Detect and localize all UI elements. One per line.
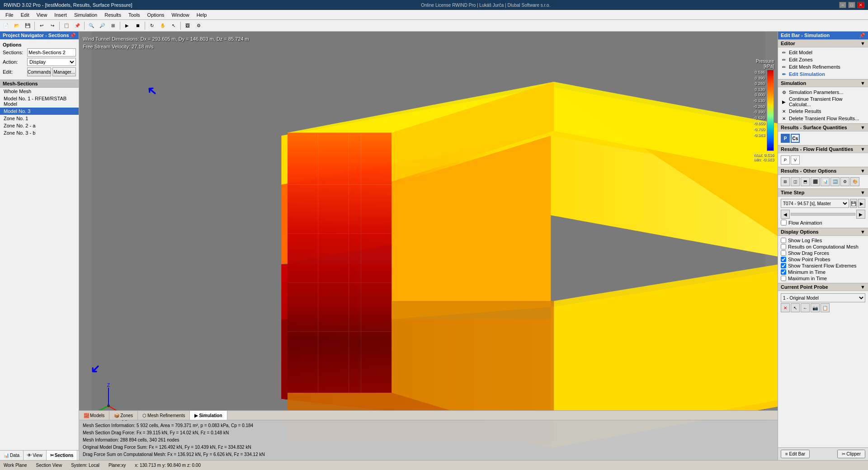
panel-pin-icon[interactable]: 📌 [70, 33, 76, 38]
delete-transient-item[interactable]: ✕ Delete Transient Flow Results... [781, 115, 865, 122]
mesh-item-model1[interactable]: Model No. 1 - RFEM/RSTAB Model [0, 95, 79, 108]
tb-settings[interactable]: ⚙ [193, 21, 203, 31]
sim-params-item[interactable]: ⚙ Simulation Parameters... [781, 89, 865, 96]
tb-run[interactable]: ▶ [122, 21, 132, 31]
mesh-item-zone1[interactable]: Zone No. 1 [0, 115, 79, 122]
menu-edit[interactable]: Edit [17, 11, 33, 19]
ts-play-btn[interactable]: ▶ [858, 199, 865, 208]
oi-btn-1[interactable]: ⊞ [781, 177, 790, 186]
tb-rotate[interactable]: ↻ [147, 21, 157, 31]
ts-save-btn[interactable]: 💾 [850, 199, 857, 208]
tab-sections[interactable]: ✂ Sections [47, 451, 78, 460]
tb-fit[interactable]: ⊞ [108, 21, 118, 31]
tb-zoom-out[interactable]: 🔎 [97, 21, 107, 31]
oi-btn-3[interactable]: ⬒ [801, 177, 810, 186]
tb-undo[interactable]: ↩ [37, 21, 47, 31]
menu-options[interactable]: Options [144, 11, 168, 19]
edit-zones-item[interactable]: ✏ Edit Zones [781, 56, 865, 63]
tb-stop[interactable]: ⏹ [133, 21, 143, 31]
clipper-button[interactable]: ✂ Clipper [837, 450, 865, 458]
pressure-icon-p[interactable]: P [781, 134, 790, 143]
time-step-bar[interactable]: Time Step ▼ [778, 188, 868, 197]
show-transient-extremes-checkbox[interactable] [781, 263, 786, 268]
mesh-item-zone3b[interactable]: Zone No. 3 - b [0, 129, 79, 136]
editor-section-bar[interactable]: Editor ▼ [778, 39, 868, 47]
viewport[interactable]: Wind Tunnel Dimensions: Dx = 293.605 m, … [79, 32, 778, 460]
tb-save[interactable]: 💾 [23, 21, 33, 31]
flow-p-icon[interactable]: P [781, 155, 790, 164]
mesh-item-whole[interactable]: Whole Mesh [0, 88, 79, 95]
current-point-probe-bar[interactable]: Current Point Probe ▼ [778, 283, 868, 291]
oi-btn-6[interactable]: 🔤 [830, 177, 840, 186]
right-panel-pin[interactable]: 📌 [859, 33, 865, 38]
manager-button[interactable]: Manager... [52, 67, 76, 76]
tb-pan[interactable]: ✋ [158, 21, 168, 31]
minimize-button[interactable]: − [839, 2, 846, 8]
show-point-probes-checkbox[interactable] [781, 257, 786, 262]
tb-copy[interactable]: 📋 [61, 21, 71, 31]
vp-tab-zones[interactable]: 📦 Zones [109, 411, 138, 420]
minimum-in-time-checkbox[interactable] [781, 269, 786, 275]
simulation-section-bar[interactable]: Simulation ▼ [778, 79, 868, 87]
menu-file[interactable]: File [2, 11, 17, 19]
edit-model-item[interactable]: ✏ Edit Model [781, 49, 865, 56]
tab-data[interactable]: 📊 Data [0, 451, 24, 460]
oi-btn-5[interactable]: 📊 [821, 177, 830, 186]
tb-new[interactable]: 📄 [1, 21, 11, 31]
continue-transient-item[interactable]: ▶ Continue Transient Flow Calculat... [781, 96, 865, 108]
menu-window[interactable]: Window [168, 11, 193, 19]
tb-open[interactable]: 📂 [12, 21, 22, 31]
flow-field-bar[interactable]: Results - Flow Field Quantities ▼ [778, 145, 868, 153]
display-options-bar[interactable]: Display Options ▼ [778, 228, 868, 236]
vp-tab-mesh[interactable]: ⬡ Mesh Refinements [138, 411, 190, 420]
pp-locate-btn[interactable]: ↖ [791, 303, 800, 312]
oi-btn-2[interactable]: ◫ [791, 177, 800, 186]
ts-prev-btn[interactable]: ◀ [781, 210, 790, 219]
flow-v-icon[interactable]: V [791, 155, 800, 164]
tb-paste[interactable]: 📌 [72, 21, 82, 31]
oi-btn-7[interactable]: ⚙ [840, 177, 849, 186]
flow-anim-checkbox[interactable] [781, 220, 787, 226]
pp-screenshot-btn[interactable]: 📷 [811, 303, 820, 312]
window-controls[interactable]: − □ ✕ [839, 2, 864, 8]
restore-button[interactable]: □ [848, 2, 855, 8]
pp-delete-btn[interactable]: ✕ [781, 303, 790, 312]
tb-redo[interactable]: ↪ [47, 21, 57, 31]
pressure-icon-cs[interactable]: Cs [791, 134, 800, 143]
menu-view[interactable]: View [33, 11, 51, 19]
menu-tools[interactable]: Tools [125, 11, 144, 19]
edit-bar-button[interactable]: ≡ Edit Bar [781, 450, 810, 458]
ts-next-btn[interactable]: ▶ [856, 210, 865, 219]
pp-prev-btn[interactable]: ← [801, 303, 810, 312]
oi-btn-4[interactable]: ⬛ [811, 177, 820, 186]
delete-results-item[interactable]: ✕ Delete Results [781, 108, 865, 115]
show-drag-forces-checkbox[interactable] [781, 250, 786, 256]
tb-render[interactable]: 🖼 [183, 21, 193, 31]
time-step-select[interactable]: T074 - 94.57 [s], Master [781, 199, 849, 208]
mesh-item-model3[interactable]: Model No. 3 [0, 108, 79, 115]
mesh-item-zone2a[interactable]: Zone No. 2 - a [0, 122, 79, 129]
edit-simulation-item[interactable]: ✏ Edit Simulation [781, 70, 865, 78]
maximum-in-time-checkbox[interactable] [781, 276, 786, 281]
close-button[interactable]: ✕ [857, 2, 864, 8]
sections-input[interactable] [27, 48, 76, 56]
other-options-bar[interactable]: Results - Other Options ▼ [778, 167, 868, 175]
menu-results[interactable]: Results [101, 11, 125, 19]
menu-simulation[interactable]: Simulation [71, 11, 101, 19]
edit-mesh-item[interactable]: ✏ Edit Mesh Refinements [781, 63, 865, 70]
menu-insert[interactable]: Insert [51, 11, 71, 19]
commands-button[interactable]: Commands [27, 67, 51, 76]
tb-select[interactable]: ↖ [169, 21, 179, 31]
menu-help[interactable]: Help [193, 11, 211, 19]
pp-copy-btn[interactable]: 📋 [821, 303, 830, 312]
vp-tab-simulation[interactable]: ▶ Simulation [190, 411, 227, 420]
point-probe-select[interactable]: 1 - Original Model [781, 293, 865, 302]
tab-view[interactable]: 👁 View [24, 451, 47, 460]
vp-tab-models[interactable]: 🧱 Models [79, 411, 109, 420]
show-log-files-checkbox[interactable] [781, 238, 786, 243]
surface-qty-bar[interactable]: Results - Surface Quantities ▼ [778, 123, 868, 132]
tb-zoom-in[interactable]: 🔍 [86, 21, 96, 31]
oi-btn-8[interactable]: 🎨 [850, 177, 859, 186]
results-comp-mesh-checkbox[interactable] [781, 244, 786, 249]
action-select[interactable]: Display [27, 58, 76, 66]
